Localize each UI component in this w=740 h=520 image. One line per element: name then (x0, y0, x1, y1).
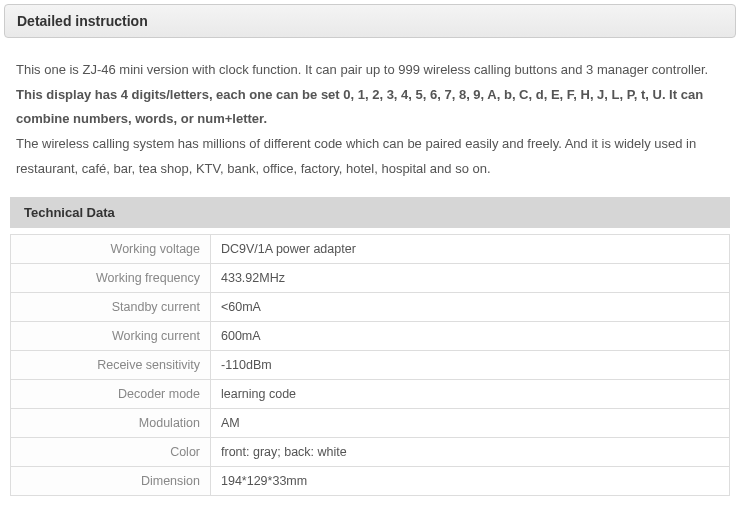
description-line-1: This one is ZJ-46 mini version with cloc… (16, 58, 724, 83)
page-title: Detailed instruction (17, 13, 723, 29)
description-line-2: This display has 4 digits/letters, each … (16, 83, 724, 132)
spec-value: 433.92MHz (211, 264, 730, 293)
table-row: Working current 600mA (11, 322, 730, 351)
description-line-3: The wireless calling system has millions… (16, 132, 724, 181)
description-bold: This display has 4 digits/letters, each … (16, 87, 703, 127)
table-row: Modulation AM (11, 409, 730, 438)
spec-value: 600mA (211, 322, 730, 351)
spec-value: DC9V/1A power adapter (211, 235, 730, 264)
spec-value: learning code (211, 380, 730, 409)
spec-label: Receive sensitivity (11, 351, 211, 380)
technical-data-table: Working voltage DC9V/1A power adapter Wo… (10, 234, 730, 496)
spec-label: Working voltage (11, 235, 211, 264)
spec-value: -110dBm (211, 351, 730, 380)
table-row: Receive sensitivity -110dBm (11, 351, 730, 380)
spec-value: 194*129*33mm (211, 467, 730, 496)
spec-label: Dimension (11, 467, 211, 496)
spec-label: Color (11, 438, 211, 467)
table-row: Color front: gray; back: white (11, 438, 730, 467)
spec-label: Modulation (11, 409, 211, 438)
spec-label: Decoder mode (11, 380, 211, 409)
table-row: Decoder mode learning code (11, 380, 730, 409)
table-row: Standby current <60mA (11, 293, 730, 322)
section-header-main: Detailed instruction (4, 4, 736, 38)
spec-label: Standby current (11, 293, 211, 322)
spec-value: front: gray; back: white (211, 438, 730, 467)
table-row: Working voltage DC9V/1A power adapter (11, 235, 730, 264)
spec-label: Working frequency (11, 264, 211, 293)
table-row: Dimension 194*129*33mm (11, 467, 730, 496)
spec-label: Working current (11, 322, 211, 351)
spec-value: <60mA (211, 293, 730, 322)
table-row: Working frequency 433.92MHz (11, 264, 730, 293)
technical-data-header: Technical Data (10, 197, 730, 228)
description-block: This one is ZJ-46 mini version with cloc… (0, 38, 740, 191)
spec-value: AM (211, 409, 730, 438)
